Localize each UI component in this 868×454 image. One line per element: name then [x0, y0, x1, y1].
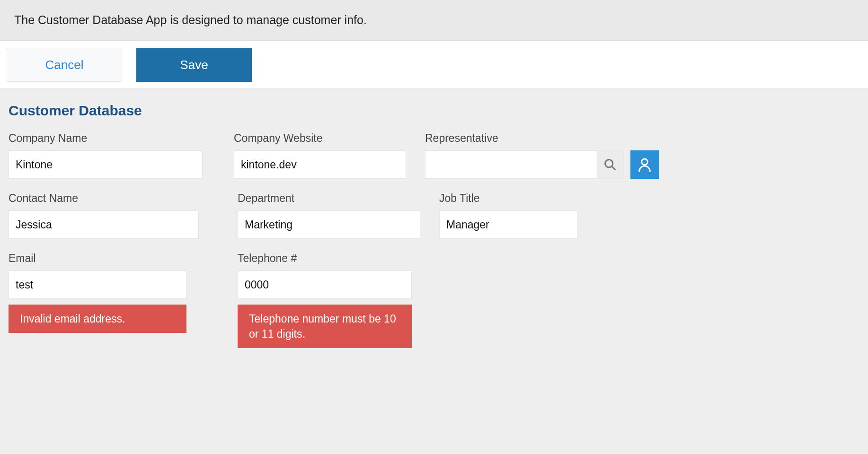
contact-name-input[interactable] [9, 210, 199, 239]
app-description-text: The Customer Database App is designed to… [14, 13, 367, 26]
form-row: Contact Name Department Job Title [9, 192, 859, 239]
representative-search-button[interactable] [597, 151, 623, 178]
company-name-input[interactable] [9, 150, 203, 179]
field-email: Email Invalid email address. [9, 252, 186, 333]
contact-name-label: Contact Name [9, 192, 199, 205]
telephone-label: Telephone # [238, 252, 412, 265]
field-department: Department [238, 192, 420, 239]
field-company-website: Company Website [234, 132, 406, 179]
job-title-label: Job Title [439, 192, 577, 205]
field-job-title: Job Title [439, 192, 577, 239]
email-input[interactable] [9, 271, 186, 299]
form-row: Email Invalid email address. Telephone #… [9, 252, 859, 348]
company-website-label: Company Website [234, 132, 406, 145]
form-row: Company Name Company Website Representat… [9, 132, 859, 179]
company-name-label: Company Name [9, 132, 215, 145]
save-button[interactable]: Save [136, 48, 252, 82]
svg-point-2 [642, 159, 648, 165]
email-error: Invalid email address. [9, 305, 186, 333]
app-description-banner: The Customer Database App is designed to… [0, 0, 868, 41]
action-bar: Cancel Save [0, 41, 868, 89]
company-website-input[interactable] [234, 150, 406, 179]
telephone-input[interactable] [238, 271, 412, 299]
svg-line-1 [612, 166, 615, 170]
email-label: Email [9, 252, 186, 265]
department-label: Department [238, 192, 420, 205]
representative-label: Representative [425, 132, 659, 145]
field-company-name: Company Name [9, 132, 215, 179]
form-section: Customer Database Company Name Company W… [0, 89, 868, 380]
field-contact-name: Contact Name [9, 192, 199, 239]
job-title-input[interactable] [439, 210, 577, 239]
telephone-error: Telephone number must be 10 or 11 digits… [238, 305, 412, 348]
search-icon [603, 158, 617, 171]
field-representative: Representative [425, 132, 659, 179]
representative-input[interactable] [425, 151, 597, 178]
section-title: Customer Database [9, 103, 859, 119]
user-icon [637, 157, 653, 173]
representative-user-button[interactable] [630, 150, 659, 179]
field-telephone: Telephone # Telephone number must be 10 … [238, 252, 412, 348]
department-input[interactable] [238, 210, 420, 239]
representative-search [425, 150, 624, 179]
cancel-button[interactable]: Cancel [7, 48, 122, 82]
